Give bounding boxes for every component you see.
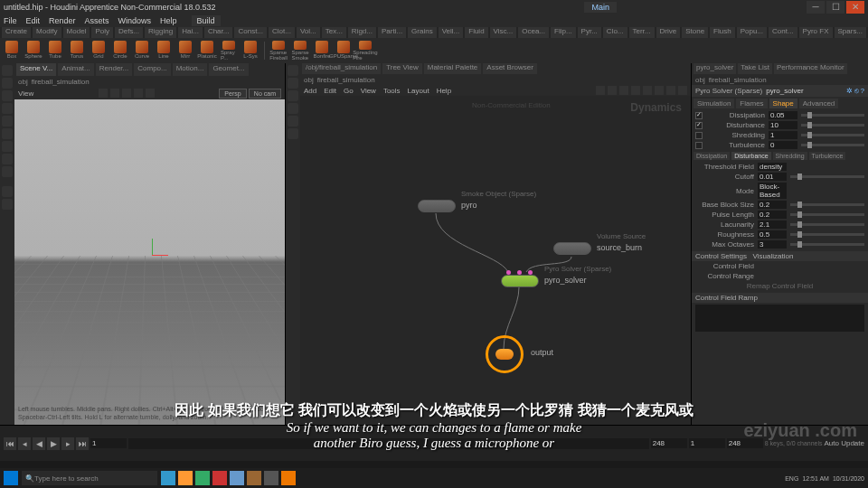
shelf-tab[interactable]: Clot... (269, 27, 295, 38)
tool-generic-icon[interactable] (2, 154, 13, 164)
first-frame-button[interactable]: ⏮ (4, 437, 16, 450)
param-value[interactable]: 1 (769, 131, 797, 139)
app-icon[interactable] (230, 471, 244, 485)
network-tab[interactable]: Asset Browser (483, 63, 537, 74)
net-menu-go[interactable]: Go (344, 87, 354, 95)
net-tool-icon[interactable] (643, 86, 652, 95)
tool-rotate-icon[interactable] (2, 90, 13, 101)
param-subtab[interactable]: Shredding (773, 152, 807, 160)
shelf-tool[interactable]: L-Sys (242, 41, 259, 61)
tool-generic-icon[interactable] (2, 166, 13, 177)
shelf-tool[interactable]: Curve (134, 41, 150, 61)
param-value[interactable]: density (758, 163, 787, 171)
shelf-tab[interactable]: Char... (204, 27, 233, 38)
param-slider[interactable] (801, 144, 864, 146)
network-tab[interactable]: Tree View (382, 63, 422, 74)
help-icon[interactable]: ? (861, 87, 864, 95)
checkbox[interactable] (695, 112, 703, 119)
param-subtab[interactable]: Disturbance (731, 152, 770, 160)
path-crumb[interactable]: fireball_simulation (709, 76, 767, 84)
last-frame-button[interactable]: ⏭ (76, 437, 89, 450)
param-tab[interactable]: Shape (769, 99, 797, 108)
play-back-button[interactable]: ◀ (33, 437, 45, 450)
param-value[interactable]: 0.2 (758, 211, 787, 219)
param-slider[interactable] (790, 243, 864, 246)
shelf-tab[interactable]: Model (63, 27, 90, 38)
shelf-tab[interactable]: Vell... (439, 27, 464, 38)
view-label[interactable]: View (18, 89, 33, 98)
shelf-tool[interactable]: Circle (112, 41, 128, 61)
tray-date[interactable]: 10/31/2020 (833, 475, 864, 482)
net-tool-icon[interactable] (619, 86, 628, 95)
view-icon[interactable] (99, 89, 108, 98)
shelf-tab[interactable]: Flush (710, 27, 735, 38)
menu-edit[interactable]: Edit (26, 16, 41, 25)
tool-generic-icon[interactable] (2, 199, 13, 210)
shelf-tab[interactable]: Terr... (629, 27, 655, 38)
shelf-tab[interactable]: Visc... (490, 27, 517, 38)
network-tab[interactable]: Material Palette (424, 63, 482, 74)
play-button[interactable]: ▶ (47, 437, 60, 450)
shelf-tool[interactable]: Grid (90, 41, 107, 61)
param-tab[interactable]: Advanced (799, 99, 839, 108)
shelf-tab[interactable]: Rigging (145, 27, 176, 38)
build-dropdown[interactable]: Build (192, 15, 221, 26)
path-crumb[interactable]: fireball_simulation (32, 78, 90, 86)
shelf-tab[interactable]: Create (2, 27, 31, 38)
param-value[interactable]: 0 (769, 141, 797, 149)
close-button[interactable]: ✕ (846, 1, 864, 14)
viewport-3d[interactable]: Left mouse tumbles. Middle pans. Right d… (14, 99, 285, 425)
shelf-tab[interactable]: Ocea... (518, 27, 549, 38)
shelf-tab[interactable]: Flip... (551, 27, 576, 38)
shelf-tab[interactable]: Cont... (769, 27, 797, 38)
param-value[interactable]: 0.5 (758, 230, 787, 239)
tool-handle-icon[interactable] (2, 116, 13, 127)
tool-generic-icon[interactable] (2, 186, 13, 197)
shelf-tab[interactable]: Popu... (737, 27, 767, 38)
param-value[interactable]: 0.05 (769, 111, 797, 119)
param-slider[interactable] (801, 114, 864, 117)
pin-icon[interactable]: ⎋ (854, 87, 859, 95)
maximize-button[interactable]: ☐ (826, 1, 844, 14)
app-icon[interactable] (178, 471, 193, 485)
checkbox[interactable] (695, 122, 703, 129)
network-view[interactable]: Dynamics Non-Commercial Edition Smoke Ob… (300, 96, 691, 425)
shelf-tab[interactable]: Drive (656, 27, 681, 38)
net-menu-layout[interactable]: Layout (408, 87, 429, 95)
viewport-path[interactable]: obj fireball_simulation (14, 76, 285, 87)
network-path[interactable]: obj fireball_simulation (300, 74, 691, 85)
param-value[interactable]: 2.1 (758, 221, 787, 229)
tray-time[interactable]: 12:51 AM (802, 475, 829, 482)
shelf-tool[interactable]: Spray P... (221, 41, 237, 61)
net-menu-tools[interactable]: Tools (383, 87, 401, 95)
shelf-tab[interactable]: Pyro FX (799, 27, 833, 38)
shelf-tab[interactable]: Hai... (178, 27, 203, 38)
shelf-tool[interactable]: GPUSparse (335, 41, 352, 61)
menu-render[interactable]: Render (49, 16, 76, 25)
shelf-tool[interactable]: Line (156, 41, 172, 61)
shelf-tab[interactable]: Poly (91, 27, 113, 38)
shelf-tab[interactable]: Tex... (322, 27, 346, 38)
params-tab[interactable]: Take List (738, 63, 772, 74)
param-slider[interactable] (801, 124, 864, 127)
display-icon[interactable] (288, 116, 298, 127)
node-volume-source[interactable]: Volume Source source_burn (553, 242, 591, 255)
param-value[interactable]: 0.2 (758, 201, 787, 209)
path-crumb[interactable]: fireball_simulation (317, 76, 375, 84)
panel-tab[interactable]: Render... (96, 63, 132, 76)
section-control[interactable]: Control Settings Visualization (692, 251, 868, 261)
param-tab[interactable]: Simulation (693, 99, 734, 108)
net-tool-icon[interactable] (678, 86, 687, 95)
display-icon[interactable] (288, 103, 298, 114)
panel-tab[interactable]: Motion... (173, 63, 208, 76)
obj-crumb[interactable]: obj (18, 78, 28, 86)
desktop-main[interactable]: Main (584, 2, 617, 13)
obj-crumb[interactable]: obj (695, 76, 705, 84)
param-tab[interactable]: Flames (736, 99, 767, 108)
shelf-tab[interactable]: Pyr... (578, 27, 601, 38)
display-icon[interactable] (288, 90, 298, 101)
view-icon[interactable] (146, 89, 155, 98)
camera-persp[interactable]: Persp (219, 89, 246, 99)
panel-tab[interactable]: Compo... (134, 63, 170, 76)
shelf-tabs[interactable]: CreateModifyModelPolyDefs...RiggingHai..… (0, 27, 868, 38)
